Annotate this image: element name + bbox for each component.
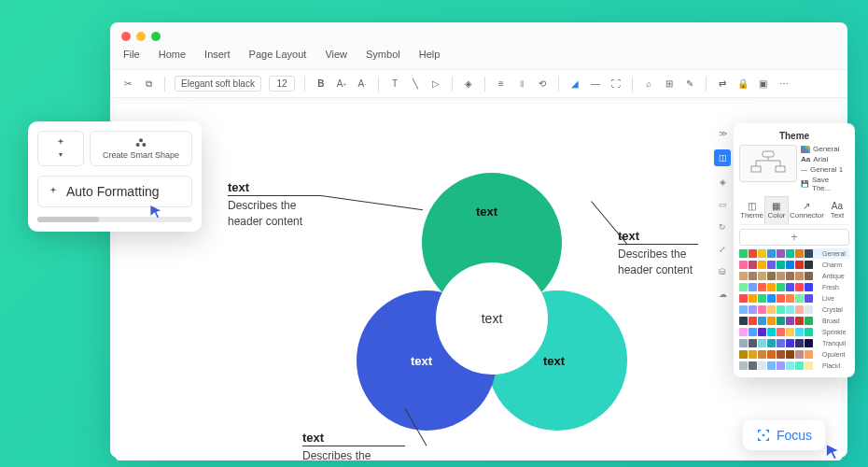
color-swatch[interactable] xyxy=(777,317,785,325)
color-swatch[interactable] xyxy=(777,361,785,370)
palette-row-fresh[interactable]: Fresh xyxy=(739,282,849,292)
palette-row-live[interactable]: Live xyxy=(739,293,849,304)
font-decrease-icon[interactable]: A- xyxy=(356,78,369,91)
color-swatch[interactable] xyxy=(749,361,757,370)
color-swatch[interactable] xyxy=(795,350,804,359)
color-swatch[interactable] xyxy=(739,283,748,291)
color-swatch[interactable] xyxy=(777,294,785,303)
theme-item-arial[interactable]: AaArial xyxy=(801,155,849,163)
color-swatch[interactable] xyxy=(739,361,748,370)
rail-cart-icon[interactable]: ⛁ xyxy=(716,265,729,278)
color-swatch[interactable] xyxy=(777,305,785,314)
color-swatch[interactable] xyxy=(758,339,766,347)
sparkle-dropdown[interactable]: ▾ xyxy=(37,131,84,166)
color-swatch[interactable] xyxy=(805,339,813,347)
color-swatch[interactable] xyxy=(805,249,813,258)
menu-symbol[interactable]: Symbol xyxy=(366,49,400,60)
color-swatch[interactable] xyxy=(786,328,794,336)
color-swatch[interactable] xyxy=(767,361,776,370)
color-swatch[interactable] xyxy=(739,272,748,280)
theme-item-general[interactable]: General xyxy=(801,145,849,153)
color-swatch[interactable] xyxy=(786,361,794,370)
color-swatch[interactable] xyxy=(767,317,776,325)
color-swatch[interactable] xyxy=(749,283,757,291)
color-swatch[interactable] xyxy=(739,305,748,314)
color-swatch[interactable] xyxy=(777,350,785,359)
color-swatch[interactable] xyxy=(805,350,813,359)
color-swatch[interactable] xyxy=(767,350,776,359)
color-swatch[interactable] xyxy=(758,305,766,314)
lock-icon[interactable]: 🔒 xyxy=(736,78,749,91)
color-swatch[interactable] xyxy=(749,261,757,269)
color-swatch[interactable] xyxy=(749,294,757,303)
color-swatch[interactable] xyxy=(758,328,766,336)
add-palette-button[interactable]: + xyxy=(739,229,849,246)
color-swatch[interactable] xyxy=(758,317,766,325)
color-swatch[interactable] xyxy=(758,261,766,269)
color-swatch[interactable] xyxy=(805,328,813,336)
color-swatch[interactable] xyxy=(795,339,804,347)
theme-preview-thumb[interactable] xyxy=(739,145,797,182)
line-style-icon[interactable]: — xyxy=(589,78,602,91)
distribute-icon[interactable]: ⫴ xyxy=(515,78,528,91)
color-swatch[interactable] xyxy=(805,272,813,280)
align-icon[interactable]: ≡ xyxy=(495,78,508,91)
cut-icon[interactable]: ✂ xyxy=(121,78,134,91)
color-swatch[interactable] xyxy=(795,361,804,370)
color-swatch[interactable] xyxy=(777,328,785,336)
menu-home[interactable]: Home xyxy=(159,49,186,60)
color-swatch[interactable] xyxy=(749,249,757,258)
palette-row-antique[interactable]: Antique xyxy=(739,271,849,281)
color-swatch[interactable] xyxy=(805,361,813,370)
tab-theme[interactable]: ◫Theme xyxy=(739,196,764,224)
menu-page-layout[interactable]: Page Layout xyxy=(249,49,307,60)
color-swatch[interactable] xyxy=(767,294,776,303)
color-swatch[interactable] xyxy=(786,261,794,269)
palette-row-opulent[interactable]: Opulent xyxy=(739,349,849,360)
color-swatch[interactable] xyxy=(805,261,813,269)
color-swatch[interactable] xyxy=(786,350,794,359)
rail-expand-icon[interactable]: ⤢ xyxy=(716,243,729,256)
auto-formatting-button[interactable]: Auto Formatting xyxy=(37,176,192,207)
color-swatch[interactable] xyxy=(767,249,776,258)
rail-layers-icon[interactable]: ◈ xyxy=(716,176,729,189)
color-swatch[interactable] xyxy=(786,339,794,347)
color-swatch[interactable] xyxy=(786,249,794,258)
color-swatch[interactable] xyxy=(767,261,776,269)
color-swatch[interactable] xyxy=(749,305,757,314)
line-tool-icon[interactable]: ╲ xyxy=(409,78,422,91)
more-icon[interactable]: ⋯ xyxy=(777,78,791,91)
palette-row-broad[interactable]: Broad xyxy=(739,316,849,326)
color-swatch[interactable] xyxy=(786,283,794,291)
color-swatch[interactable] xyxy=(739,328,748,336)
menu-view[interactable]: View xyxy=(325,49,347,60)
rail-back-icon[interactable]: ≫ xyxy=(716,127,729,140)
menu-file[interactable]: File xyxy=(123,49,140,60)
tab-text[interactable]: AaText xyxy=(825,196,849,224)
connector-icon[interactable]: ⇄ xyxy=(716,78,729,91)
palette-row-charm[interactable]: Charm xyxy=(739,260,849,270)
color-swatch[interactable] xyxy=(739,339,748,347)
bold-icon[interactable]: B xyxy=(315,78,328,91)
color-swatch[interactable] xyxy=(777,261,785,269)
color-swatch[interactable] xyxy=(805,305,813,314)
tab-connector[interactable]: ↗Connector xyxy=(789,196,825,224)
color-swatch[interactable] xyxy=(767,328,776,336)
grid-icon[interactable]: ⊞ xyxy=(663,78,676,91)
menu-insert[interactable]: Insert xyxy=(204,49,231,60)
color-swatch[interactable] xyxy=(795,249,804,258)
color-swatch[interactable] xyxy=(739,294,748,303)
color-swatch[interactable] xyxy=(786,305,794,314)
font-select[interactable]: Elegant soft black xyxy=(175,76,261,92)
color-swatch[interactable] xyxy=(749,350,757,359)
color-swatch[interactable] xyxy=(777,249,785,258)
color-swatch[interactable] xyxy=(758,294,766,303)
text-tool-icon[interactable]: T xyxy=(388,78,401,91)
color-swatch[interactable] xyxy=(805,283,813,291)
rail-page-icon[interactable]: ▭ xyxy=(716,198,729,211)
color-swatch[interactable] xyxy=(767,305,776,314)
color-swatch[interactable] xyxy=(758,283,766,291)
color-swatch[interactable] xyxy=(777,272,785,280)
color-swatch[interactable] xyxy=(795,328,804,336)
color-swatch[interactable] xyxy=(786,272,794,280)
